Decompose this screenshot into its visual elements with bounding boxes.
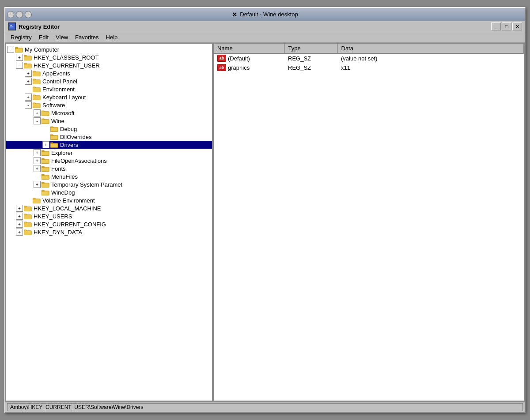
- expander-file_open_assoc[interactable]: +: [34, 157, 41, 164]
- tree-item-explorer[interactable]: + Explorer: [6, 149, 212, 157]
- menu-edit[interactable]: Edit: [35, 33, 52, 41]
- app-title-bar: Registry Editor _ □ ✕: [5, 21, 525, 32]
- tree-item-volatile_env[interactable]: Volatile Environment: [6, 196, 212, 204]
- tree-label-hkey_local_machine: HKEY_LOCAL_MACHINE: [34, 205, 101, 212]
- app-minimize-button[interactable]: _: [491, 22, 501, 30]
- svg-rect-44: [42, 150, 44, 152]
- folder-icon-wine: [42, 118, 49, 124]
- svg-rect-54: [42, 176, 49, 179]
- app-title-right: _ □ ✕: [491, 22, 522, 30]
- expander-app_events[interactable]: +: [25, 70, 32, 77]
- tree-item-keyboard_layout[interactable]: + Keyboard Layout: [6, 93, 212, 101]
- folder-icon-hkey_classes_root: [24, 54, 32, 60]
- expander-hkey_dyn_data[interactable]: +: [16, 229, 23, 236]
- svg-rect-50: [42, 166, 44, 168]
- tree-label-volatile_env: Volatile Environment: [42, 197, 95, 204]
- tree-item-hkey_current_user[interactable]: - HKEY_CURRENT_USER: [6, 61, 212, 69]
- expander-wine[interactable]: -: [34, 117, 41, 124]
- tree-item-dll_overrides[interactable]: DllOverrides: [6, 133, 212, 141]
- wine-icon: ✕: [232, 11, 237, 18]
- expander-control_panel[interactable]: +: [25, 78, 32, 85]
- expander-keyboard_layout[interactable]: +: [25, 94, 32, 101]
- folder-icon-app_events: [33, 70, 41, 76]
- tree-item-hkey_classes_root[interactable]: + HKEY_CLASSES_ROOT: [6, 53, 212, 61]
- cell-type-1: REG_SZ: [284, 63, 337, 72]
- tree-item-fonts[interactable]: + Fonts: [6, 165, 212, 172]
- tree-item-wine[interactable]: - Wine: [6, 117, 212, 125]
- svg-rect-20: [33, 87, 35, 88]
- tree-item-debug[interactable]: Debug: [6, 125, 212, 133]
- app-window: Registry Editor _ □ ✕ Registry Edit View…: [5, 21, 525, 412]
- tree-label-menu_files: MenuFiles: [51, 173, 78, 180]
- folder-icon-hkey_dyn_data: [24, 229, 32, 235]
- svg-rect-29: [42, 111, 44, 112]
- tree-item-hkey_local_machine[interactable]: + HKEY_LOCAL_MACHINE: [6, 204, 212, 212]
- expander-explorer[interactable]: +: [34, 149, 41, 156]
- folder-icon-fonts: [42, 165, 49, 172]
- svg-rect-27: [33, 104, 40, 108]
- tree-item-control_panel[interactable]: + Control Panel: [6, 77, 212, 85]
- tree-panel[interactable]: - My Computer+ HKEY_CLASSES_ROOT- HKEY_C…: [5, 43, 213, 401]
- tree-item-temp_sys_params[interactable]: + Temporary System Paramet: [6, 180, 212, 188]
- svg-rect-62: [33, 198, 35, 199]
- expander-hkey_classes_root[interactable]: +: [16, 54, 23, 61]
- tree-item-microsoft[interactable]: + Microsoft: [6, 109, 212, 117]
- table-row[interactable]: ab (Default) REG_SZ (value not set): [214, 53, 524, 63]
- svg-rect-33: [42, 120, 49, 124]
- svg-rect-56: [42, 182, 44, 184]
- svg-rect-12: [24, 64, 31, 68]
- tree-item-environment[interactable]: Environment: [6, 85, 212, 93]
- name-value-1: graphics: [228, 64, 250, 71]
- cell-data-1: x11: [337, 63, 524, 72]
- menu-registry[interactable]: Registry: [7, 33, 35, 41]
- minimize-button[interactable]: [16, 11, 23, 18]
- tree-item-wine_dbg[interactable]: WineDbg: [6, 188, 212, 196]
- folder-icon-explorer: [42, 150, 49, 156]
- statusbar-path: Amboy\HKEY_CURRENT_USER\Software\Wine\Dr…: [7, 403, 523, 411]
- svg-rect-17: [33, 79, 35, 80]
- expander-my_computer[interactable]: -: [7, 46, 14, 53]
- expander-hkey_current_user[interactable]: -: [16, 62, 23, 69]
- tree-item-drivers[interactable]: + Drivers: [6, 141, 212, 149]
- svg-rect-6: [15, 49, 22, 52]
- expander-empty: [34, 189, 41, 196]
- menu-help[interactable]: Help: [102, 33, 121, 41]
- svg-rect-51: [42, 168, 49, 171]
- expander-drivers[interactable]: +: [42, 141, 49, 148]
- expander-hkey_current_config[interactable]: +: [16, 221, 23, 228]
- menu-view[interactable]: View: [52, 33, 72, 41]
- close-button[interactable]: [7, 11, 14, 18]
- expander-hkey_local_machine[interactable]: +: [16, 205, 23, 212]
- tree-item-my_computer[interactable]: - My Computer: [6, 45, 212, 53]
- expander-software[interactable]: -: [25, 101, 32, 109]
- tree-label-explorer: Explorer: [51, 150, 72, 156]
- svg-rect-60: [42, 191, 49, 195]
- expander-microsoft[interactable]: +: [34, 109, 41, 116]
- expander-hkey_users[interactable]: +: [16, 213, 23, 220]
- menu-favorites[interactable]: Favorites: [72, 33, 102, 41]
- col-type: Type: [284, 44, 337, 53]
- statusbar: Amboy\HKEY_CURRENT_USER\Software\Wine\Dr…: [5, 401, 525, 412]
- expander-temp_sys_params[interactable]: +: [34, 181, 41, 188]
- svg-rect-21: [33, 88, 40, 92]
- tree-item-app_events[interactable]: + AppEvents: [6, 69, 212, 77]
- svg-rect-53: [42, 174, 44, 176]
- tree-item-hkey_users[interactable]: + HKEY_USERS: [6, 212, 212, 220]
- cell-name-0: ab (Default): [214, 53, 284, 63]
- folder-icon-my_computer: [15, 46, 23, 52]
- tree-label-keyboard_layout: Keyboard Layout: [42, 94, 86, 101]
- tree-item-hkey_current_config[interactable]: + HKEY_CURRENT_CONFIG: [6, 220, 212, 228]
- svg-rect-71: [24, 222, 26, 223]
- window-title-text: Default - Wine desktop: [240, 11, 298, 18]
- tree-item-software[interactable]: - Software: [6, 101, 212, 109]
- title-bar-controls: [7, 11, 32, 18]
- svg-rect-38: [50, 135, 53, 136]
- app-maximize-button[interactable]: □: [502, 22, 511, 30]
- maximize-button[interactable]: [25, 11, 32, 18]
- table-row[interactable]: ab graphics REG_SZ x11: [214, 63, 524, 72]
- tree-item-hkey_dyn_data[interactable]: + HKEY_DYN_DATA: [6, 228, 212, 236]
- expander-fonts[interactable]: +: [34, 165, 41, 172]
- tree-item-menu_files[interactable]: MenuFiles: [6, 172, 212, 180]
- tree-item-file_open_assoc[interactable]: + FileOpenAssociations: [6, 157, 212, 165]
- app-close-button[interactable]: ✕: [512, 22, 522, 30]
